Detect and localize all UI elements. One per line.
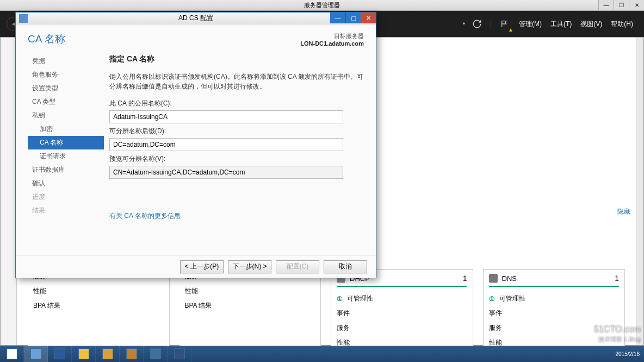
- taskbar-explorer[interactable]: [72, 346, 96, 362]
- dn-suffix-label: 可分辨名称后缀(D):: [109, 127, 364, 136]
- taskbar-powershell[interactable]: [48, 346, 72, 362]
- tile-item[interactable]: 性能: [33, 284, 164, 298]
- tile-count: 1: [615, 274, 619, 283]
- target-server-name: LON-DC1.adatum.com: [300, 40, 364, 47]
- tile-count: 1: [463, 274, 467, 283]
- common-name-input[interactable]: [109, 110, 343, 123]
- taskbar-app-4[interactable]: [168, 346, 191, 362]
- start-button[interactable]: [0, 346, 24, 362]
- menu-help[interactable]: 帮助(H): [611, 20, 633, 29]
- main-window-title: 服务器管理器: [304, 1, 340, 9]
- nav-step-private-key[interactable]: 私钥: [28, 109, 104, 122]
- taskbar: 2015/2/16: [0, 346, 644, 362]
- warning-icon: ▲: [508, 27, 513, 33]
- next-button[interactable]: 下一步(N) >: [228, 260, 271, 273]
- tile-item[interactable]: BPA 结果: [33, 298, 164, 313]
- taskbar-app-3[interactable]: [144, 346, 168, 362]
- nav-step-confirmation[interactable]: 确认: [28, 177, 104, 190]
- cancel-button[interactable]: 取消: [324, 260, 367, 273]
- tile-item-events[interactable]: 事件: [489, 306, 620, 321]
- nav-step-results: 结果: [28, 204, 104, 217]
- prev-button[interactable]: < 上一步(P): [180, 260, 224, 273]
- tile-item-manageability[interactable]: ①可管理性: [337, 291, 467, 306]
- wizard-heading: CA 名称: [28, 32, 65, 46]
- taskbar-app-2[interactable]: [120, 346, 144, 362]
- preview-dn-input: [109, 166, 343, 179]
- tile-item[interactable]: 服务: [337, 321, 467, 335]
- wizard-header: CA 名称 目标服务器 LON-DC1.adatum.com: [16, 24, 376, 50]
- nav-step-setup-type[interactable]: 设置类型: [28, 82, 104, 95]
- wizard-title: AD CS 配置: [16, 14, 376, 23]
- minimize-button[interactable]: —: [598, 0, 614, 10]
- tile-item[interactable]: BPA 结果: [185, 298, 315, 313]
- wizard-maximize-button[interactable]: ▢: [345, 13, 361, 23]
- hide-link[interactable]: 隐藏: [617, 207, 630, 216]
- notifications-flag-icon[interactable]: ▲: [497, 16, 512, 32]
- menu-manage[interactable]: 管理(M): [519, 20, 542, 29]
- nav-step-encryption[interactable]: 加密: [28, 122, 104, 136]
- status-up-icon: ①: [337, 295, 343, 303]
- status-up-icon: ①: [489, 295, 495, 303]
- watermark: 51CTO.com 技术博客 1.Blog: [594, 324, 641, 344]
- nav-step-cert-request[interactable]: 证书请求: [28, 149, 104, 163]
- dns-icon: [489, 274, 498, 283]
- nav-step-ca-name[interactable]: CA 名称: [28, 136, 104, 149]
- adcs-config-wizard: AD CS 配置 — ▢ ✕ CA 名称 目标服务器 LON-DC1.adatu…: [15, 12, 376, 278]
- wizard-footer: < 上一步(P) 下一步(N) > 配置(C) 取消: [16, 255, 376, 278]
- wizard-minimize-button[interactable]: —: [330, 13, 345, 23]
- tile-title: DNS: [502, 274, 611, 283]
- tray-date: 2015/2/16: [616, 351, 640, 357]
- tile-item-manageability[interactable]: ①可管理性: [489, 291, 620, 306]
- common-name-label: 此 CA 的公用名称(C):: [109, 99, 364, 108]
- taskbar-app-1[interactable]: [96, 346, 120, 362]
- refresh-button[interactable]: [469, 16, 485, 32]
- nav-step-ca-type[interactable]: CA 类型: [28, 95, 104, 109]
- system-tray[interactable]: 2015/2/16: [611, 346, 645, 362]
- section-description: 键入公用名称以标识该证书颁发机构(CA)。此名称将添加到该 CA 颁发的所有证书…: [109, 72, 364, 91]
- target-server-label: 目标服务器: [300, 32, 364, 40]
- tile-item[interactable]: 性能: [185, 284, 315, 298]
- wizard-nav: 凭据 角色服务 设置类型 CA 类型 私钥 加密 CA 名称 证书请求 证书数据…: [28, 54, 104, 255]
- wizard-icon: [19, 14, 28, 23]
- preview-dn-label: 预览可分辨名称(V):: [109, 154, 364, 164]
- maximize-button[interactable]: ❐: [614, 0, 629, 10]
- nav-step-cert-database[interactable]: 证书数据库: [28, 163, 104, 177]
- main-titlebar: 服务器管理器 — ❐ ✕: [0, 0, 644, 11]
- nav-step-role-services[interactable]: 角色服务: [28, 68, 104, 82]
- menu-view[interactable]: 视图(V): [580, 20, 602, 29]
- taskbar-server-manager[interactable]: [24, 346, 48, 362]
- wizard-close-button[interactable]: ✕: [361, 13, 376, 23]
- sm-left-rail: [1, 38, 17, 345]
- wizard-titlebar[interactable]: AD CS 配置 — ▢ ✕: [16, 13, 376, 24]
- wizard-main-panel: 指定 CA 名称 键入公用名称以标识该证书颁发机构(CA)。此名称将添加到该 C…: [109, 54, 364, 255]
- menu-tools[interactable]: 工具(T): [550, 20, 572, 29]
- dn-suffix-input[interactable]: [109, 138, 343, 151]
- nav-step-progress: 进度: [28, 190, 104, 204]
- section-title: 指定 CA 名称: [109, 54, 364, 64]
- sm-right-rail: [636, 38, 643, 345]
- close-button[interactable]: ✕: [629, 0, 644, 10]
- tile-item-events[interactable]: 事件: [337, 306, 467, 321]
- nav-step-credentials[interactable]: 凭据: [28, 54, 104, 68]
- more-info-link[interactable]: 有关 CA 名称的更多信息: [109, 211, 181, 221]
- configure-button: 配置(C): [276, 260, 319, 273]
